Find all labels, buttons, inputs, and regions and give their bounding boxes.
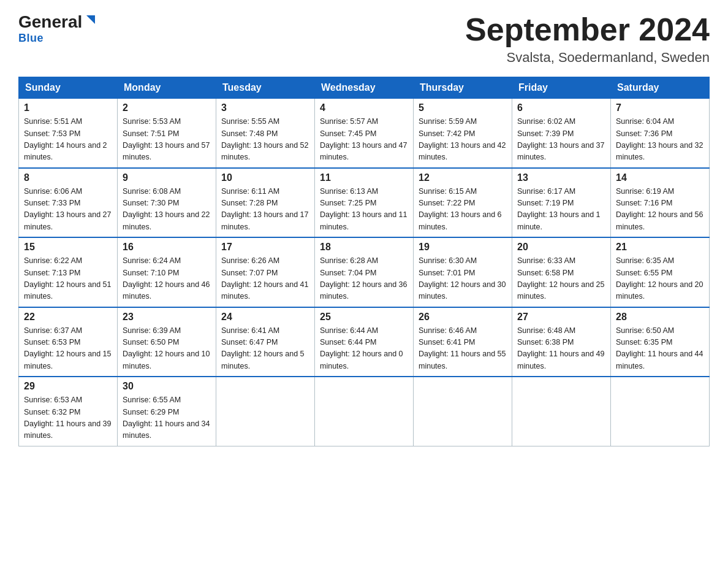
day-number: 27: [517, 312, 605, 323]
calendar-cell: 23Sunrise: 6:39 AM Sunset: 6:50 PM Dayli…: [118, 307, 216, 377]
calendar-cell: 17Sunrise: 6:26 AM Sunset: 7:07 PM Dayli…: [216, 237, 315, 307]
weekday-header-row: SundayMondayTuesdayWednesdayThursdayFrid…: [19, 77, 710, 99]
sun-info: Sunrise: 5:53 AM Sunset: 7:51 PM Dayligh…: [123, 116, 211, 164]
sun-info: Sunrise: 6:50 AM Sunset: 6:35 PM Dayligh…: [616, 325, 704, 373]
calendar-week-row: 8Sunrise: 6:06 AM Sunset: 7:33 PM Daylig…: [19, 168, 710, 238]
sun-info: Sunrise: 6:26 AM Sunset: 7:07 PM Dayligh…: [221, 255, 309, 303]
day-number: 2: [123, 102, 211, 113]
calendar-week-row: 1Sunrise: 5:51 AM Sunset: 7:53 PM Daylig…: [19, 99, 710, 168]
day-number: 24: [221, 312, 309, 323]
calendar-week-row: 22Sunrise: 6:37 AM Sunset: 6:53 PM Dayli…: [19, 307, 710, 377]
day-number: 1: [24, 102, 112, 113]
sun-info: Sunrise: 6:48 AM Sunset: 6:38 PM Dayligh…: [517, 325, 605, 373]
calendar-cell: [512, 377, 611, 446]
day-number: 21: [616, 242, 704, 253]
calendar-cell: 19Sunrise: 6:30 AM Sunset: 7:01 PM Dayli…: [414, 237, 512, 307]
day-number: 3: [221, 102, 309, 113]
calendar-cell: 10Sunrise: 6:11 AM Sunset: 7:28 PM Dayli…: [216, 168, 315, 238]
day-number: 5: [419, 102, 507, 113]
day-number: 12: [419, 172, 507, 183]
sun-info: Sunrise: 6:55 AM Sunset: 6:29 PM Dayligh…: [123, 394, 211, 442]
calendar-cell: [315, 377, 414, 446]
day-number: 26: [419, 312, 507, 323]
calendar-cell: 25Sunrise: 6:44 AM Sunset: 6:44 PM Dayli…: [315, 307, 414, 377]
day-number: 18: [320, 242, 408, 253]
sun-info: Sunrise: 6:30 AM Sunset: 7:01 PM Dayligh…: [419, 255, 507, 303]
sun-info: Sunrise: 6:02 AM Sunset: 7:39 PM Dayligh…: [517, 116, 605, 164]
month-year-title: September 2024: [465, 12, 710, 47]
calendar-cell: 7Sunrise: 6:04 AM Sunset: 7:36 PM Daylig…: [611, 99, 710, 168]
day-number: 14: [616, 172, 704, 183]
calendar-cell: 20Sunrise: 6:33 AM Sunset: 6:58 PM Dayli…: [512, 237, 611, 307]
day-number: 13: [517, 172, 605, 183]
title-block: September 2024 Svalsta, Soedermanland, S…: [465, 12, 710, 66]
sun-info: Sunrise: 6:04 AM Sunset: 7:36 PM Dayligh…: [616, 116, 704, 164]
calendar-cell: 30Sunrise: 6:55 AM Sunset: 6:29 PM Dayli…: [118, 377, 216, 446]
day-number: 10: [221, 172, 309, 183]
sun-info: Sunrise: 6:33 AM Sunset: 6:58 PM Dayligh…: [517, 255, 605, 303]
sun-info: Sunrise: 6:35 AM Sunset: 6:55 PM Dayligh…: [616, 255, 704, 303]
day-number: 7: [616, 102, 704, 113]
calendar-cell: 5Sunrise: 5:59 AM Sunset: 7:42 PM Daylig…: [414, 99, 512, 168]
day-number: 8: [24, 172, 112, 183]
sun-info: Sunrise: 6:06 AM Sunset: 7:33 PM Dayligh…: [24, 186, 112, 234]
day-number: 20: [517, 242, 605, 253]
calendar-cell: 8Sunrise: 6:06 AM Sunset: 7:33 PM Daylig…: [19, 168, 118, 238]
day-number: 9: [123, 172, 211, 183]
day-number: 6: [517, 102, 605, 113]
sun-info: Sunrise: 5:57 AM Sunset: 7:45 PM Dayligh…: [320, 116, 408, 164]
weekday-header-saturday: Saturday: [611, 77, 710, 99]
day-number: 29: [24, 381, 112, 392]
sun-info: Sunrise: 6:08 AM Sunset: 7:30 PM Dayligh…: [123, 186, 211, 234]
calendar-cell: 1Sunrise: 5:51 AM Sunset: 7:53 PM Daylig…: [19, 99, 118, 168]
calendar-cell: 11Sunrise: 6:13 AM Sunset: 7:25 PM Dayli…: [315, 168, 414, 238]
sun-info: Sunrise: 6:22 AM Sunset: 7:13 PM Dayligh…: [24, 255, 112, 303]
sun-info: Sunrise: 5:51 AM Sunset: 7:53 PM Dayligh…: [24, 116, 112, 164]
calendar-cell: 24Sunrise: 6:41 AM Sunset: 6:47 PM Dayli…: [216, 307, 315, 377]
day-number: 23: [123, 312, 211, 323]
svg-marker-0: [86, 15, 95, 24]
day-number: 25: [320, 312, 408, 323]
calendar-cell: 28Sunrise: 6:50 AM Sunset: 6:35 PM Dayli…: [611, 307, 710, 377]
logo-arrow-icon: [84, 13, 97, 29]
calendar-cell: 6Sunrise: 6:02 AM Sunset: 7:39 PM Daylig…: [512, 99, 611, 168]
sun-info: Sunrise: 6:24 AM Sunset: 7:10 PM Dayligh…: [123, 255, 211, 303]
calendar-cell: 26Sunrise: 6:46 AM Sunset: 6:41 PM Dayli…: [414, 307, 512, 377]
calendar-cell: 12Sunrise: 6:15 AM Sunset: 7:22 PM Dayli…: [414, 168, 512, 238]
sun-info: Sunrise: 5:59 AM Sunset: 7:42 PM Dayligh…: [419, 116, 507, 164]
sun-info: Sunrise: 6:53 AM Sunset: 6:32 PM Dayligh…: [24, 394, 112, 442]
sun-info: Sunrise: 6:13 AM Sunset: 7:25 PM Dayligh…: [320, 186, 408, 234]
sun-info: Sunrise: 5:55 AM Sunset: 7:48 PM Dayligh…: [221, 116, 309, 164]
calendar-cell: 15Sunrise: 6:22 AM Sunset: 7:13 PM Dayli…: [19, 237, 118, 307]
weekday-header-wednesday: Wednesday: [315, 77, 414, 99]
sun-info: Sunrise: 6:15 AM Sunset: 7:22 PM Dayligh…: [419, 186, 507, 234]
day-number: 15: [24, 242, 112, 253]
sun-info: Sunrise: 6:46 AM Sunset: 6:41 PM Dayligh…: [419, 325, 507, 373]
calendar-cell: 18Sunrise: 6:28 AM Sunset: 7:04 PM Dayli…: [315, 237, 414, 307]
day-number: 28: [616, 312, 704, 323]
calendar-cell: 3Sunrise: 5:55 AM Sunset: 7:48 PM Daylig…: [216, 99, 315, 168]
calendar-cell: 21Sunrise: 6:35 AM Sunset: 6:55 PM Dayli…: [611, 237, 710, 307]
day-number: 11: [320, 172, 408, 183]
calendar-cell: [414, 377, 512, 446]
weekday-header-friday: Friday: [512, 77, 611, 99]
sun-info: Sunrise: 6:37 AM Sunset: 6:53 PM Dayligh…: [24, 325, 112, 373]
logo: General Blue: [18, 12, 97, 45]
day-number: 22: [24, 312, 112, 323]
calendar-week-row: 29Sunrise: 6:53 AM Sunset: 6:32 PM Dayli…: [19, 377, 710, 446]
weekday-header-sunday: Sunday: [19, 77, 118, 99]
weekday-header-monday: Monday: [118, 77, 216, 99]
calendar-week-row: 15Sunrise: 6:22 AM Sunset: 7:13 PM Dayli…: [19, 237, 710, 307]
calendar-cell: 2Sunrise: 5:53 AM Sunset: 7:51 PM Daylig…: [118, 99, 216, 168]
logo-blue-text: Blue: [18, 32, 44, 45]
day-number: 16: [123, 242, 211, 253]
sun-info: Sunrise: 6:11 AM Sunset: 7:28 PM Dayligh…: [221, 186, 309, 234]
calendar-cell: 9Sunrise: 6:08 AM Sunset: 7:30 PM Daylig…: [118, 168, 216, 238]
calendar-table: SundayMondayTuesdayWednesdayThursdayFrid…: [18, 77, 710, 446]
logo-general-text: General: [18, 12, 82, 32]
calendar-cell: 4Sunrise: 5:57 AM Sunset: 7:45 PM Daylig…: [315, 99, 414, 168]
sun-info: Sunrise: 6:19 AM Sunset: 7:16 PM Dayligh…: [616, 186, 704, 234]
calendar-cell: 14Sunrise: 6:19 AM Sunset: 7:16 PM Dayli…: [611, 168, 710, 238]
location-subtitle: Svalsta, Soedermanland, Sweden: [465, 50, 710, 66]
weekday-header-thursday: Thursday: [414, 77, 512, 99]
